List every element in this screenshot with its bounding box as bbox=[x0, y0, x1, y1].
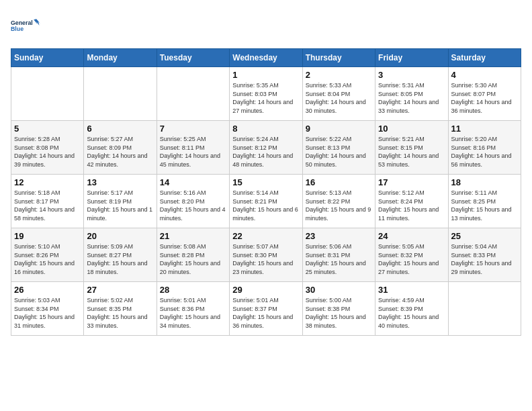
logo: General Blue bbox=[11, 11, 40, 40]
calendar-day-cell: 17Sunrise: 5:12 AMSunset: 8:24 PMDayligh… bbox=[375, 175, 448, 228]
day-number: 17 bbox=[378, 177, 445, 187]
calendar-header-row: SundayMondayTuesdayWednesdayThursdayFrid… bbox=[11, 49, 521, 67]
day-number: 16 bbox=[306, 177, 372, 187]
day-number: 26 bbox=[14, 285, 81, 295]
day-info: Sunrise: 5:14 AMSunset: 8:21 PMDaylight:… bbox=[232, 189, 299, 222]
day-number: 8 bbox=[232, 124, 299, 134]
page-header: General Blue bbox=[11, 11, 521, 40]
calendar-week-row: 26Sunrise: 5:03 AMSunset: 8:34 PMDayligh… bbox=[11, 282, 521, 336]
day-info: Sunrise: 5:31 AMSunset: 8:05 PMDaylight:… bbox=[378, 81, 445, 115]
day-number: 9 bbox=[306, 124, 372, 134]
calendar-day-cell: 13Sunrise: 5:17 AMSunset: 8:19 PMDayligh… bbox=[84, 175, 157, 228]
day-number: 25 bbox=[451, 231, 518, 241]
calendar-day-cell bbox=[157, 67, 229, 121]
calendar-day-cell: 2Sunrise: 5:33 AMSunset: 8:04 PMDaylight… bbox=[302, 67, 375, 121]
calendar-day-cell: 7Sunrise: 5:25 AMSunset: 8:11 PMDaylight… bbox=[157, 121, 229, 175]
calendar-day-cell: 23Sunrise: 5:06 AMSunset: 8:31 PMDayligh… bbox=[302, 228, 375, 282]
day-info: Sunrise: 4:59 AMSunset: 8:39 PMDaylight:… bbox=[378, 296, 445, 330]
day-info: Sunrise: 5:09 AMSunset: 8:27 PMDaylight:… bbox=[87, 242, 153, 276]
calendar-day-cell: 15Sunrise: 5:14 AMSunset: 8:21 PMDayligh… bbox=[230, 175, 302, 228]
day-info: Sunrise: 5:12 AMSunset: 8:24 PMDaylight:… bbox=[378, 189, 445, 222]
day-info: Sunrise: 5:05 AMSunset: 8:32 PMDaylight:… bbox=[378, 242, 445, 276]
day-number: 18 bbox=[451, 177, 518, 187]
logo-svg: General Blue bbox=[11, 11, 40, 40]
day-info: Sunrise: 5:21 AMSunset: 8:15 PMDaylight:… bbox=[378, 135, 445, 169]
calendar-day-cell: 31Sunrise: 4:59 AMSunset: 8:39 PMDayligh… bbox=[375, 282, 448, 336]
day-info: Sunrise: 5:35 AMSunset: 8:03 PMDaylight:… bbox=[232, 81, 299, 115]
day-number: 12 bbox=[14, 177, 81, 187]
day-info: Sunrise: 5:20 AMSunset: 8:16 PMDaylight:… bbox=[451, 135, 518, 169]
day-info: Sunrise: 5:17 AMSunset: 8:19 PMDaylight:… bbox=[87, 189, 153, 222]
weekday-header: Saturday bbox=[448, 49, 521, 67]
calendar-day-cell: 8Sunrise: 5:24 AMSunset: 8:12 PMDaylight… bbox=[230, 121, 302, 175]
calendar-day-cell bbox=[11, 67, 84, 121]
calendar-day-cell: 14Sunrise: 5:16 AMSunset: 8:20 PMDayligh… bbox=[157, 175, 229, 228]
day-number: 13 bbox=[87, 177, 153, 187]
calendar-day-cell: 6Sunrise: 5:27 AMSunset: 8:09 PMDaylight… bbox=[84, 121, 157, 175]
calendar-day-cell: 12Sunrise: 5:18 AMSunset: 8:17 PMDayligh… bbox=[11, 175, 84, 228]
calendar-day-cell: 25Sunrise: 5:04 AMSunset: 8:33 PMDayligh… bbox=[448, 228, 521, 282]
weekday-header: Friday bbox=[375, 49, 448, 67]
calendar-week-row: 12Sunrise: 5:18 AMSunset: 8:17 PMDayligh… bbox=[11, 175, 521, 228]
day-number: 31 bbox=[378, 285, 445, 295]
day-number: 28 bbox=[160, 285, 226, 295]
weekday-header: Sunday bbox=[11, 49, 84, 67]
calendar-table: SundayMondayTuesdayWednesdayThursdayFrid… bbox=[11, 48, 521, 336]
calendar-day-cell: 29Sunrise: 5:01 AMSunset: 8:37 PMDayligh… bbox=[230, 282, 302, 336]
day-number: 21 bbox=[160, 231, 226, 241]
svg-marker-2 bbox=[34, 19, 40, 26]
day-number: 20 bbox=[87, 231, 153, 241]
calendar-day-cell: 1Sunrise: 5:35 AMSunset: 8:03 PMDaylight… bbox=[230, 67, 302, 121]
day-info: Sunrise: 5:25 AMSunset: 8:11 PMDaylight:… bbox=[160, 135, 226, 169]
day-number: 24 bbox=[378, 231, 445, 241]
weekday-header: Thursday bbox=[302, 49, 375, 67]
day-info: Sunrise: 5:13 AMSunset: 8:22 PMDaylight:… bbox=[306, 189, 372, 222]
day-number: 29 bbox=[232, 285, 299, 295]
calendar-day-cell: 21Sunrise: 5:08 AMSunset: 8:28 PMDayligh… bbox=[157, 228, 229, 282]
day-number: 30 bbox=[306, 285, 372, 295]
day-number: 15 bbox=[232, 177, 299, 187]
day-info: Sunrise: 5:30 AMSunset: 8:07 PMDaylight:… bbox=[451, 81, 518, 115]
calendar-day-cell: 9Sunrise: 5:22 AMSunset: 8:13 PMDaylight… bbox=[302, 121, 375, 175]
calendar-day-cell: 18Sunrise: 5:11 AMSunset: 8:25 PMDayligh… bbox=[448, 175, 521, 228]
calendar-day-cell: 11Sunrise: 5:20 AMSunset: 8:16 PMDayligh… bbox=[448, 121, 521, 175]
day-info: Sunrise: 5:03 AMSunset: 8:34 PMDaylight:… bbox=[14, 296, 81, 330]
day-info: Sunrise: 5:27 AMSunset: 8:09 PMDaylight:… bbox=[87, 135, 153, 169]
day-info: Sunrise: 5:18 AMSunset: 8:17 PMDaylight:… bbox=[14, 189, 81, 222]
day-info: Sunrise: 5:04 AMSunset: 8:33 PMDaylight:… bbox=[451, 242, 518, 276]
day-number: 5 bbox=[14, 124, 81, 134]
day-info: Sunrise: 5:07 AMSunset: 8:30 PMDaylight:… bbox=[232, 242, 299, 276]
day-info: Sunrise: 5:10 AMSunset: 8:26 PMDaylight:… bbox=[14, 242, 81, 276]
calendar-day-cell: 3Sunrise: 5:31 AMSunset: 8:05 PMDaylight… bbox=[375, 67, 448, 121]
calendar-day-cell: 28Sunrise: 5:01 AMSunset: 8:36 PMDayligh… bbox=[157, 282, 229, 336]
calendar-week-row: 5Sunrise: 5:28 AMSunset: 8:08 PMDaylight… bbox=[11, 121, 521, 175]
calendar-day-cell bbox=[448, 282, 521, 336]
day-number: 10 bbox=[378, 124, 445, 134]
calendar-day-cell: 27Sunrise: 5:02 AMSunset: 8:35 PMDayligh… bbox=[84, 282, 157, 336]
day-info: Sunrise: 5:01 AMSunset: 8:37 PMDaylight:… bbox=[232, 296, 299, 330]
day-info: Sunrise: 5:06 AMSunset: 8:31 PMDaylight:… bbox=[306, 242, 372, 276]
day-number: 11 bbox=[451, 124, 518, 134]
calendar-day-cell: 4Sunrise: 5:30 AMSunset: 8:07 PMDaylight… bbox=[448, 67, 521, 121]
day-info: Sunrise: 5:08 AMSunset: 8:28 PMDaylight:… bbox=[160, 242, 226, 276]
calendar-day-cell: 19Sunrise: 5:10 AMSunset: 8:26 PMDayligh… bbox=[11, 228, 84, 282]
day-info: Sunrise: 5:11 AMSunset: 8:25 PMDaylight:… bbox=[451, 189, 518, 222]
day-info: Sunrise: 5:00 AMSunset: 8:38 PMDaylight:… bbox=[306, 296, 372, 330]
calendar-day-cell: 10Sunrise: 5:21 AMSunset: 8:15 PMDayligh… bbox=[375, 121, 448, 175]
day-number: 23 bbox=[306, 231, 372, 241]
calendar-day-cell: 16Sunrise: 5:13 AMSunset: 8:22 PMDayligh… bbox=[302, 175, 375, 228]
calendar-day-cell: 30Sunrise: 5:00 AMSunset: 8:38 PMDayligh… bbox=[302, 282, 375, 336]
day-number: 2 bbox=[306, 70, 372, 80]
calendar-day-cell: 5Sunrise: 5:28 AMSunset: 8:08 PMDaylight… bbox=[11, 121, 84, 175]
day-info: Sunrise: 5:33 AMSunset: 8:04 PMDaylight:… bbox=[306, 81, 372, 115]
weekday-header: Monday bbox=[84, 49, 157, 67]
day-number: 3 bbox=[378, 70, 445, 80]
calendar-day-cell: 24Sunrise: 5:05 AMSunset: 8:32 PMDayligh… bbox=[375, 228, 448, 282]
day-number: 19 bbox=[14, 231, 81, 241]
day-number: 14 bbox=[160, 177, 226, 187]
calendar-day-cell bbox=[84, 67, 157, 121]
calendar-day-cell: 20Sunrise: 5:09 AMSunset: 8:27 PMDayligh… bbox=[84, 228, 157, 282]
day-info: Sunrise: 5:28 AMSunset: 8:08 PMDaylight:… bbox=[14, 135, 81, 169]
day-number: 7 bbox=[160, 124, 226, 134]
day-info: Sunrise: 5:16 AMSunset: 8:20 PMDaylight:… bbox=[160, 189, 226, 222]
